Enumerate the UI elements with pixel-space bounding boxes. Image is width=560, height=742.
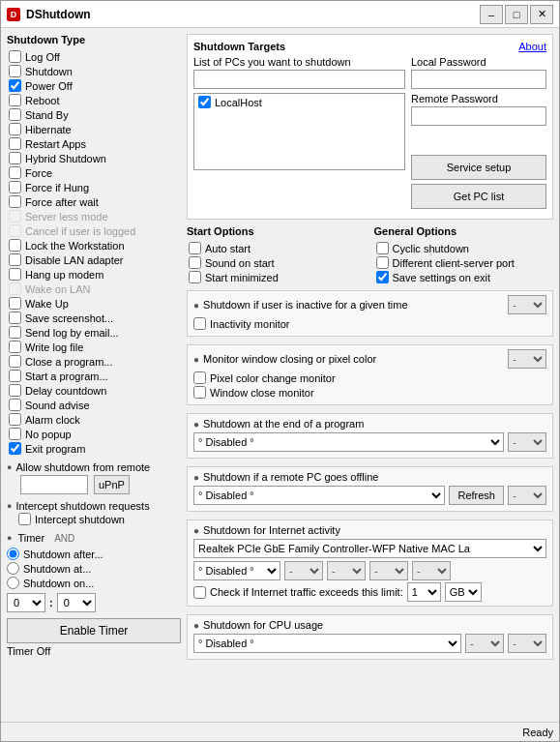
minimize-button[interactable]: – <box>480 5 503 24</box>
shutdown-item-27[interactable]: Exit program <box>7 441 181 456</box>
local-password-input[interactable] <box>411 70 546 89</box>
shutdown-item-0[interactable]: Log Off <box>7 49 181 64</box>
shutdown-checkbox-25[interactable] <box>9 413 21 426</box>
cpu-dropdown3[interactable]: - <box>508 634 546 653</box>
shutdown-item-1[interactable]: Shutdown <box>7 64 181 78</box>
shutdown-checkbox-15[interactable] <box>9 268 21 281</box>
shutdown-checkbox-18[interactable] <box>9 312 21 324</box>
traffic-limit-select[interactable]: 12510 <box>407 582 441 602</box>
inactivity-checkbox[interactable] <box>193 317 206 330</box>
inactivity-dropdown2[interactable]: - <box>508 295 546 314</box>
remote-offline-dropdown2[interactable]: - <box>508 486 546 505</box>
shutdown-item-20[interactable]: Write log file <box>7 340 181 354</box>
shutdown-item-14[interactable]: Disable LAN adapter <box>7 252 181 267</box>
timer-hours-select[interactable]: 012 <box>7 593 45 612</box>
refresh-button[interactable]: Refresh <box>449 486 504 505</box>
shutdown-checkbox-3[interactable] <box>9 94 21 106</box>
shutdown-item-2[interactable]: Power Off <box>7 78 181 93</box>
shutdown-item-7[interactable]: Hybrid Shutdown <box>7 151 181 165</box>
shutdown-checkbox-21[interactable] <box>9 355 21 368</box>
shutdown-checkbox-5[interactable] <box>9 123 21 135</box>
maximize-button[interactable]: □ <box>505 5 528 24</box>
general-option-item-2[interactable]: Save settings on exit <box>374 270 554 284</box>
shutdown-item-3[interactable]: Reboot <box>7 93 181 107</box>
internet-dropdown5[interactable]: - <box>412 561 451 580</box>
shutdown-checkbox-4[interactable] <box>9 108 21 121</box>
shutdown-checkbox-9[interactable] <box>9 181 21 193</box>
traffic-checkbox[interactable] <box>193 586 206 599</box>
pc-input[interactable] <box>193 70 405 89</box>
timer-radio-2[interactable] <box>7 577 19 589</box>
shutdown-item-22[interactable]: Start a program... <box>7 369 181 383</box>
start-option-checkbox-2[interactable] <box>189 271 201 283</box>
shutdown-item-4[interactable]: Stand By <box>7 107 181 122</box>
timer-option-0[interactable]: Shutdown after... <box>7 548 181 560</box>
shutdown-item-19[interactable]: Send log by email... <box>7 325 181 340</box>
shutdown-item-23[interactable]: Delay countdown <box>7 383 181 398</box>
end-program-dropdown1[interactable]: ° Disabled ° <box>193 432 504 452</box>
get-pc-list-button[interactable]: Get PC list <box>411 184 546 209</box>
end-program-dropdown2[interactable]: - <box>508 432 546 452</box>
shutdown-checkbox-19[interactable] <box>9 326 21 339</box>
internet-dropdown3[interactable]: - <box>327 561 366 580</box>
shutdown-item-15[interactable]: Hang up modem <box>7 267 181 282</box>
shutdown-checkbox-8[interactable] <box>9 166 21 179</box>
shutdown-item-8[interactable]: Force <box>7 165 181 180</box>
general-option-item-0[interactable]: Cyclic shutdown <box>374 241 554 255</box>
general-option-checkbox-2[interactable] <box>376 271 389 283</box>
close-button[interactable]: ✕ <box>530 5 553 24</box>
shutdown-checkbox-13[interactable] <box>9 239 21 252</box>
start-option-item-1[interactable]: Sound on start <box>187 255 367 270</box>
shutdown-item-21[interactable]: Close a program... <box>7 354 181 369</box>
cpu-dropdown1[interactable]: ° Disabled ° <box>193 634 461 653</box>
remote-offline-dropdown1[interactable]: ° Disabled ° <box>193 486 445 505</box>
shutdown-checkbox-10[interactable] <box>9 195 21 208</box>
shutdown-checkbox-6[interactable] <box>9 137 21 150</box>
shutdown-checkbox-2[interactable] <box>9 79 21 92</box>
general-option-checkbox-0[interactable] <box>376 242 389 254</box>
shutdown-checkbox-27[interactable] <box>9 442 21 455</box>
window-close-checkbox[interactable] <box>193 386 206 399</box>
timer-option-2[interactable]: Shutdown on... <box>7 577 181 589</box>
start-option-item-2[interactable]: Start minimized <box>187 270 367 284</box>
cpu-dropdown2[interactable]: - <box>465 634 504 653</box>
general-option-checkbox-1[interactable] <box>376 256 389 269</box>
shutdown-checkbox-17[interactable] <box>9 297 21 310</box>
shutdown-item-6[interactable]: Restart Apps <box>7 136 181 151</box>
shutdown-checkbox-22[interactable] <box>9 370 21 382</box>
timer-minutes-select[interactable]: 0153045 <box>57 593 96 612</box>
shutdown-item-5[interactable]: Hibernate <box>7 122 181 136</box>
pixel-dropdown2[interactable]: - <box>508 349 546 369</box>
shutdown-checkbox-24[interactable] <box>9 399 21 411</box>
shutdown-checkbox-14[interactable] <box>9 253 21 266</box>
shutdown-item-13[interactable]: Lock the Workstation <box>7 238 181 252</box>
internet-dropdown4[interactable]: - <box>369 561 408 580</box>
shutdown-item-10[interactable]: Force after wait <box>7 194 181 209</box>
start-option-checkbox-1[interactable] <box>189 256 201 269</box>
list-item-localhost[interactable]: LocalHost <box>194 94 404 110</box>
shutdown-checkbox-7[interactable] <box>9 152 21 164</box>
internet-dropdown2[interactable]: - <box>284 561 323 580</box>
shutdown-checkbox-26[interactable] <box>9 428 21 440</box>
shutdown-item-26[interactable]: No popup <box>7 427 181 441</box>
about-link[interactable]: About <box>518 41 546 52</box>
shutdown-checkbox-0[interactable] <box>9 50 21 63</box>
shutdown-item-17[interactable]: Wake Up <box>7 296 181 311</box>
shutdown-item-25[interactable]: Alarm clock <box>7 412 181 427</box>
shutdown-item-24[interactable]: Sound advise <box>7 398 181 412</box>
timer-option-1[interactable]: Shutdown at... <box>7 562 181 575</box>
timer-radio-0[interactable] <box>7 548 19 560</box>
upnp-button[interactable]: uPnP <box>94 475 130 494</box>
service-setup-button[interactable]: Service setup <box>411 155 546 180</box>
internet-dropdown1[interactable]: ° Disabled ° <box>193 561 280 580</box>
shutdown-checkbox-1[interactable] <box>9 65 21 77</box>
remote-password-input[interactable] <box>411 106 546 126</box>
intercept-checkbox[interactable] <box>18 513 31 525</box>
network-adapter-dropdown[interactable]: Realtek PCIe GbE Family Controller-WFP N… <box>193 539 546 558</box>
pixel-color-checkbox[interactable] <box>193 371 206 384</box>
timer-radio-1[interactable] <box>7 562 19 575</box>
general-option-item-1[interactable]: Different client-server port <box>374 255 554 270</box>
shutdown-checkbox-20[interactable] <box>9 341 21 353</box>
start-option-checkbox-0[interactable] <box>189 242 201 254</box>
server-input[interactable]: Server <box>20 475 88 494</box>
